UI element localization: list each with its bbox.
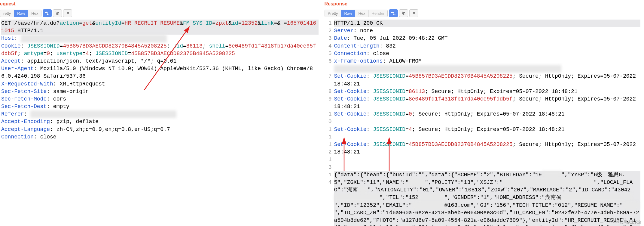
request-panel: equest retty Raw Hex \n ≡ GET /base/hr/a… — [0, 0, 322, 226]
newline-icon-r[interactable]: \n — [399, 9, 408, 17]
response-title: Response — [325, 0, 642, 8]
request-toolbar: retty Raw Hex \n ≡ — [0, 8, 320, 19]
tab-hex[interactable]: Hex — [28, 10, 41, 17]
response-toolbar: Pretty Raw Hex Render \n ≡ — [325, 8, 642, 19]
newline-icon[interactable]: \n — [53, 9, 62, 17]
tab-hex-r[interactable]: Hex — [355, 10, 368, 17]
request-title: equest — [0, 0, 320, 8]
tab-pretty[interactable]: retty — [0, 10, 14, 17]
request-view-tabs: retty Raw Hex — [0, 10, 41, 17]
watermark: CSDN @黑战士安全 — [609, 220, 642, 225]
tab-raw-r[interactable]: Raw — [341, 10, 355, 17]
response-view-tabs: Pretty Raw Hex Render — [325, 10, 388, 17]
menu-icon-r[interactable]: ≡ — [409, 9, 418, 17]
format-icon[interactable] — [43, 9, 52, 17]
tab-pretty-r[interactable]: Pretty — [325, 10, 341, 17]
request-content[interactable]: GET /base/hr/a.do?action=get&entityId=HR… — [0, 19, 320, 164]
response-content[interactable]: 1HTTP/1.1 200 OK2Server: none3Date: Tue,… — [325, 19, 642, 226]
tab-raw[interactable]: Raw — [14, 10, 28, 17]
response-panel: Response Pretty Raw Hex Render \n ≡ 1HTT… — [322, 0, 644, 226]
format-icon-r[interactable] — [389, 9, 398, 17]
tab-render-r[interactable]: Render — [369, 10, 388, 17]
menu-icon[interactable]: ≡ — [63, 9, 72, 17]
